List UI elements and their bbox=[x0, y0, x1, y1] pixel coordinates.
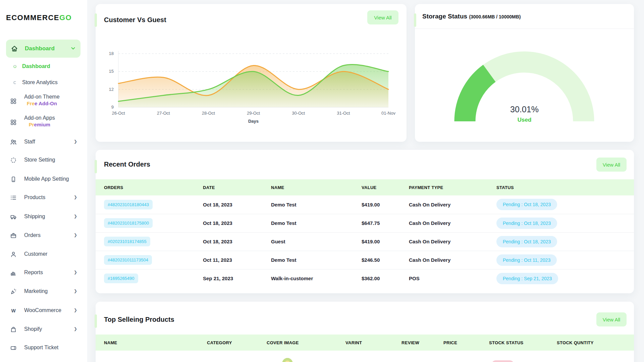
card-accent bbox=[95, 13, 97, 27]
card-accent bbox=[95, 160, 97, 173]
status-badge: Pending : Oct 18, 2023 bbox=[496, 218, 557, 229]
col-name: NAME bbox=[271, 179, 362, 195]
card-title: Recent Orders bbox=[104, 161, 150, 168]
megaphone-icon bbox=[10, 288, 17, 295]
view-all-button[interactable]: View All bbox=[367, 10, 398, 24]
svg-text:9: 9 bbox=[111, 105, 114, 110]
table-row: #1695265490 Sep 21, 2023 Walk-in-custome… bbox=[96, 269, 634, 288]
recent-orders-table: ORDERS DATE NAME VALUE PAYMENT TYPE STAT… bbox=[96, 179, 634, 288]
svg-text:W: W bbox=[11, 308, 16, 313]
sidebar-item-label: Shopify bbox=[24, 326, 42, 332]
product-cover-image bbox=[282, 358, 293, 362]
sidebar-item-dashboard-group[interactable]: Dashboard bbox=[6, 40, 80, 58]
status-badge: Pending : Oct 18, 2023 bbox=[496, 199, 557, 210]
col-category: CATEGORY bbox=[207, 335, 267, 351]
col-value: VALUE bbox=[362, 179, 409, 195]
sidebar-item-support-ticket[interactable]: Support Ticket bbox=[0, 341, 87, 355]
customer-vs-guest-card: Customer Vs Guest View All 912151826-Oct… bbox=[96, 4, 407, 142]
table-row: #4820231011173504 Oct 11, 2023 Demo Test… bbox=[96, 251, 634, 269]
sidebar-item-label: Staff bbox=[24, 139, 35, 145]
sidebar-item-label: Store Setting bbox=[24, 157, 55, 163]
sidebar-item-staff[interactable]: Staff ❯ bbox=[0, 135, 87, 149]
table-header: ORDERS DATE NAME VALUE PAYMENT TYPE STAT… bbox=[96, 179, 634, 195]
order-value: $246.50 bbox=[362, 251, 409, 269]
table-row: #4820231018175800 Oct 18, 2023 Demo Test… bbox=[96, 214, 634, 232]
sidebar-item-mobile-app-setting[interactable]: Mobile App Setting bbox=[0, 172, 87, 187]
order-date: Oct 18, 2023 bbox=[203, 232, 271, 251]
order-payment: Cash On Delivery bbox=[409, 232, 496, 251]
sidebar-item-label: Reports bbox=[24, 269, 43, 276]
top-selling-products-card: Top Selleing Products View All NAME CATE… bbox=[96, 302, 634, 362]
sidebar-item-label: Customer bbox=[24, 251, 47, 257]
chevron-right-icon: ❯ bbox=[74, 289, 77, 293]
sidebar-subitem-label: Dashboard bbox=[22, 63, 50, 69]
svg-text:27-Oct: 27-Oct bbox=[157, 111, 170, 116]
svg-text:28-Oct: 28-Oct bbox=[202, 111, 215, 116]
order-id-link[interactable]: #4820231018175800 bbox=[104, 218, 153, 228]
svg-text:31-Oct: 31-Oct bbox=[337, 111, 350, 116]
sidebar-item-shipping[interactable]: Shipping ❯ bbox=[0, 209, 87, 224]
order-id-link[interactable]: #4820231011173504 bbox=[104, 255, 152, 265]
sidebar-item-reports[interactable]: Reports ❯ bbox=[0, 265, 87, 280]
status-badge: Pending : Oct 18, 2023 bbox=[496, 236, 557, 247]
status-badge: Pending : Oct 11, 2023 bbox=[496, 254, 557, 266]
col-review: REVIEW bbox=[401, 335, 443, 351]
col-orders: ORDERS bbox=[96, 179, 203, 195]
col-stock-quantity: STOCK QUNTITY bbox=[557, 335, 634, 351]
order-value: $419.00 bbox=[362, 195, 409, 214]
col-date: DATE bbox=[203, 179, 271, 195]
order-payment: Cash On Delivery bbox=[409, 251, 496, 269]
sidebar-item-products[interactable]: Products ❯ bbox=[0, 190, 87, 205]
order-date: Oct 18, 2023 bbox=[203, 195, 271, 214]
card-title: Customer Vs Guest bbox=[104, 16, 166, 24]
staff-icon bbox=[10, 139, 17, 145]
sidebar-item-label: Orders bbox=[24, 232, 41, 238]
sidebar-item-addon-theme[interactable]: Add-on Theme Free Add-On bbox=[0, 93, 87, 111]
chevron-right-icon: ❯ bbox=[74, 233, 77, 237]
sidebar-item-shopify[interactable]: Shopify ❯ bbox=[0, 322, 87, 337]
customer-vs-guest-chart[interactable]: 912151826-Oct27-Oct28-Oct29-Oct30-Oct31-… bbox=[105, 44, 400, 124]
storage-percent: 30.01% bbox=[415, 105, 634, 114]
svg-text:26-Oct: 26-Oct bbox=[112, 111, 125, 116]
order-id-link[interactable]: #1695265490 bbox=[104, 274, 138, 283]
card-title: Top Selleing Products bbox=[104, 316, 174, 323]
sidebar: ECOMMERCEGO Dashboard Dashboard Store An… bbox=[0, 0, 87, 362]
sidebar-item-dashboard[interactable]: Dashboard bbox=[0, 62, 87, 71]
shopify-bag-icon bbox=[10, 326, 17, 333]
sidebar-item-store-analytics[interactable]: Store Analytics bbox=[0, 78, 87, 87]
logo-text-accent: GO bbox=[59, 13, 72, 22]
briefcase-icon bbox=[10, 232, 17, 239]
order-date: Oct 11, 2023 bbox=[203, 251, 271, 269]
sidebar-item-store-setting[interactable]: Store Setting bbox=[0, 153, 87, 168]
dotted-circle-icon bbox=[10, 157, 17, 164]
divider bbox=[415, 28, 634, 29]
col-stock-status: STOCK STATUS bbox=[489, 335, 557, 351]
col-status: STATUS bbox=[496, 179, 634, 195]
table-row: #020231018174855 Oct 18, 2023 Guest $419… bbox=[96, 232, 634, 251]
svg-text:30-Oct: 30-Oct bbox=[292, 111, 305, 116]
view-all-button[interactable]: View All bbox=[596, 312, 627, 326]
sidebar-item-label: Add-on Apps bbox=[24, 115, 55, 121]
view-all-button[interactable]: View All bbox=[596, 158, 627, 172]
sidebar-item-label: Support Ticket bbox=[24, 345, 58, 351]
col-price: PRICE bbox=[443, 335, 489, 351]
col-cover-image: COVER IMAGE bbox=[267, 335, 345, 351]
sidebar-item-label: Mobile App Setting bbox=[24, 176, 69, 182]
sidebar-item-woocommerce[interactable]: W WooCommerce ❯ bbox=[0, 303, 87, 318]
chevron-down-icon bbox=[70, 46, 76, 51]
status-badge: Pending : Sep 21, 2023 bbox=[496, 273, 558, 284]
sidebar-item-marketing[interactable]: Marketing ❯ bbox=[0, 284, 87, 299]
card-accent bbox=[414, 13, 416, 27]
sidebar-item-addon-apps[interactable]: Add-on Apps Premium bbox=[0, 114, 87, 132]
svg-text:18: 18 bbox=[109, 51, 114, 56]
app-logo[interactable]: ECOMMERCEGO bbox=[6, 13, 72, 22]
storage-used-label: Used bbox=[415, 117, 634, 123]
sidebar-item-orders[interactable]: Orders ❯ bbox=[0, 228, 87, 243]
table-row: #4820231018180443 Oct 18, 2023 Demo Test… bbox=[96, 195, 634, 214]
svg-text:01-Nov: 01-Nov bbox=[381, 111, 395, 116]
sidebar-item-customer[interactable]: Customer bbox=[0, 247, 87, 262]
order-name: Guest bbox=[271, 232, 362, 251]
order-id-link[interactable]: #4820231018180443 bbox=[104, 200, 153, 209]
sidebar-subitem-label: Store Analytics bbox=[22, 79, 58, 85]
order-id-link[interactable]: #020231018174855 bbox=[104, 237, 150, 246]
